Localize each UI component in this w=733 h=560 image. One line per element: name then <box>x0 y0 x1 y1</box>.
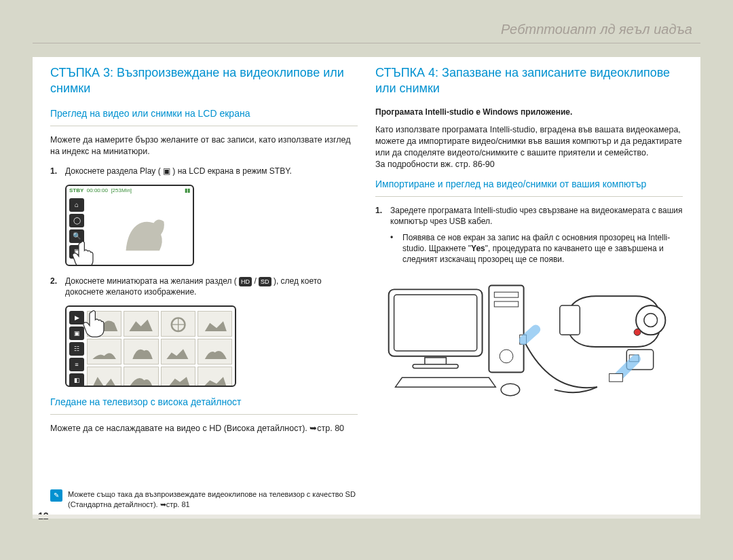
svg-rect-4 <box>394 295 477 351</box>
thumbnail-cell <box>87 339 121 365</box>
sd-icon: SD <box>259 277 271 286</box>
home-icon: ⌂ <box>69 198 84 212</box>
hand-pointer-icon <box>71 240 94 266</box>
note-block: ✎ Можете също така да възпроизвеждате ви… <box>50 485 358 509</box>
header-divider <box>33 43 700 43</box>
item-number: 2. <box>50 276 60 297</box>
battery-icon: ▮▮ <box>185 187 190 194</box>
svg-rect-13 <box>560 305 580 335</box>
hd-icon: HD <box>239 277 252 286</box>
hand-pointer-icon <box>81 310 105 338</box>
settings-icon: ◧ <box>69 373 84 387</box>
thumbnail-cell <box>124 311 158 337</box>
lcd-counter: 00:00:00 <box>87 187 108 193</box>
thumbnail-cell <box>161 339 195 365</box>
thumbnail-cell <box>198 367 232 387</box>
step3-item1: 1. Докоснете раздела Play ( ▣ ) на LCD е… <box>50 166 358 176</box>
item-text: Заредете програмата Intelli-studio чрез … <box>390 205 683 227</box>
bullet-dot <box>390 232 397 265</box>
thumbnail-cell <box>161 311 195 337</box>
intelli-caption: Програмата Intelli-studio е Windows прил… <box>375 107 683 117</box>
svg-point-16 <box>634 329 641 335</box>
step4-title: СТЪПКА 4: Запазване на записаните видеок… <box>375 65 683 96</box>
step4-intro: Като използвате програмата Intelli-studi… <box>375 124 683 170</box>
step3-item2: 2. Докоснете миниатюрата на желания разд… <box>50 276 358 297</box>
stby-label: STBY <box>69 187 83 193</box>
thumbnail-illustration: ▶ ▣ ☷ ≡ ◧ <box>65 305 358 387</box>
svg-rect-5 <box>425 357 447 364</box>
mode-icon: ◯ <box>69 214 84 227</box>
subheading-lcd-review: Преглед на видео или снимки на LCD екран… <box>50 108 358 119</box>
lcd-illustration: STBY 00:00:00 [253Min] ▮▮ ⌂ ◯ 🔍 ▣ <box>65 185 358 266</box>
thumbnail-cell <box>124 367 158 387</box>
lcd-remain: [253Min] <box>111 187 132 193</box>
pc-connection-illustration <box>375 275 683 424</box>
item-number: 1. <box>375 205 385 227</box>
step4-item1: 1. Заредете програмата Intelli-studio чр… <box>375 205 683 227</box>
note-icon: ✎ <box>50 489 62 502</box>
page-number: 12 <box>38 510 49 521</box>
hd-tv-body: Можете да се наслаждавате на видео с HD … <box>50 423 358 434</box>
photo-icon: ☷ <box>69 342 84 356</box>
divider <box>50 414 358 415</box>
step3-intro: Можете да намерите бързо желаните от вас… <box>50 134 358 157</box>
menu-icon: ≡ <box>69 358 84 371</box>
svg-point-10 <box>500 350 513 363</box>
divider <box>375 196 683 197</box>
bullet-text: Появява се нов екран за запис на файл с … <box>402 232 683 265</box>
svg-point-15 <box>644 313 658 326</box>
lcd-preview <box>94 200 187 258</box>
left-column: СТЪПКА 3: Възпроизвеждане на видеоклипов… <box>50 65 358 509</box>
subheading-import: Импортиране и преглед на видео/снимки от… <box>375 179 683 189</box>
right-column: СТЪПКА 4: Запазване на записаните видеок… <box>375 65 683 509</box>
thumbnail-cell <box>198 311 232 337</box>
section-header: Ребтптоиапт лд яеъл иадъа <box>33 22 700 43</box>
thumbnail-cell <box>161 367 195 387</box>
step3-title: СТЪПКА 3: Възпроизвеждане на видеоклипов… <box>50 65 358 96</box>
lcd-topbar: STBY 00:00:00 [253Min] ▮▮ <box>67 186 193 195</box>
svg-rect-8 <box>494 292 518 297</box>
thumbnail-cell <box>87 367 121 387</box>
svg-rect-19 <box>609 373 623 381</box>
divider <box>50 126 358 126</box>
section-title: Ребтптоиапт лд яеъл иадъа <box>501 22 692 37</box>
thumbnail-cell <box>198 339 232 365</box>
item-text: Докоснете раздела Play ( ▣ ) на LCD екра… <box>65 166 292 176</box>
thumbnail-cell <box>124 339 158 365</box>
note-text: Можете също така да възпроизвеждате виде… <box>68 489 358 509</box>
step4-bullet1: Появява се нов екран за запис на файл с … <box>375 232 683 265</box>
svg-point-11 <box>501 384 520 396</box>
subheading-hd-tv: Гледане на телевизор с висока детайлност <box>50 396 358 407</box>
svg-rect-6 <box>413 364 458 368</box>
item-number: 1. <box>50 166 60 176</box>
svg-rect-9 <box>494 301 518 307</box>
thumbnails <box>87 311 232 381</box>
lcd-screen: STBY 00:00:00 [253Min] ▮▮ ⌂ ◯ 🔍 ▣ <box>65 185 194 266</box>
thumbnail-grid: ▶ ▣ ☷ ≡ ◧ <box>65 305 236 387</box>
item-text: Докоснете миниатюрата на желания раздел … <box>65 276 358 297</box>
manual-page: 12 СТЪПКА 3: Възпроизвеждане на видеокли… <box>33 57 700 519</box>
